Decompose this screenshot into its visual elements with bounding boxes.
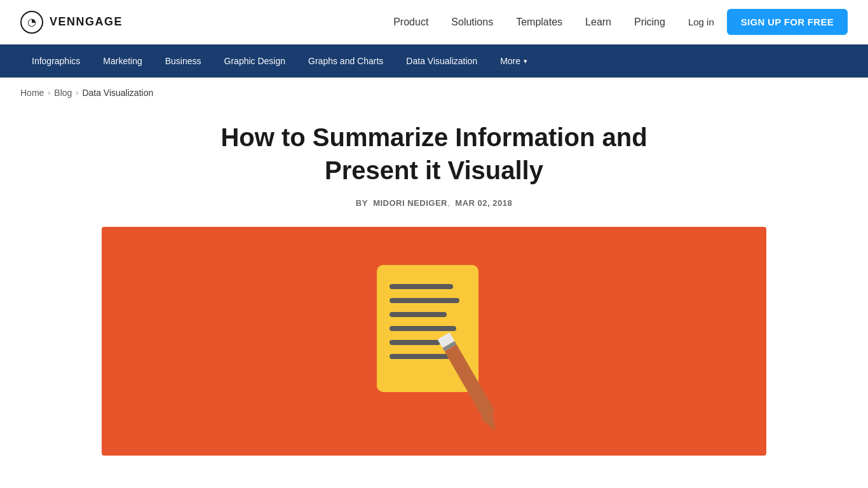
- notepad-line-3: [390, 312, 447, 317]
- notepad-line-6: [390, 354, 450, 359]
- breadcrumb-current: Data Visualization: [82, 88, 153, 98]
- nav-templates[interactable]: Templates: [516, 17, 562, 28]
- logo-link[interactable]: ◔ VENNGAGE: [20, 11, 123, 34]
- logo-icon: ◔: [20, 11, 43, 34]
- nav-learn[interactable]: Learn: [585, 17, 611, 28]
- secondary-nav-data-visualization[interactable]: Data Visualization: [395, 44, 489, 78]
- breadcrumb: Home › Blog › Data Visualization: [0, 78, 868, 108]
- chevron-down-icon: ▾: [524, 57, 527, 65]
- article-title: How to Summarize Information and Present…: [127, 121, 741, 187]
- nav-pricing[interactable]: Pricing: [634, 17, 665, 28]
- secondary-nav-more[interactable]: More ▾: [489, 44, 539, 78]
- hero-image: [102, 227, 766, 456]
- secondary-nav-infographics[interactable]: Infographics: [20, 44, 92, 78]
- secondary-nav-marketing[interactable]: Marketing: [92, 44, 153, 78]
- logo-text: VENNGAGE: [50, 15, 123, 29]
- notepad-line-2: [390, 298, 459, 303]
- article-author: MIDORI NEDIGER: [373, 198, 447, 208]
- top-navigation: ◔ VENNGAGE Product Solutions Templates L…: [0, 0, 868, 44]
- article-meta: BY MIDORI NEDIGER, MAR 02, 2018: [127, 198, 741, 208]
- secondary-nav-graphic-design[interactable]: Graphic Design: [213, 44, 297, 78]
- article-header: How to Summarize Information and Present…: [0, 108, 868, 227]
- login-link[interactable]: Log in: [688, 17, 714, 27]
- hero-illustration: [364, 252, 504, 430]
- nav-product[interactable]: Product: [393, 17, 428, 28]
- breadcrumb-home[interactable]: Home: [20, 88, 44, 98]
- secondary-navigation: Infographics Marketing Business Graphic …: [0, 44, 868, 78]
- notepad-line-5: [390, 340, 440, 345]
- nav-solutions[interactable]: Solutions: [451, 17, 493, 28]
- signup-button[interactable]: SIGN UP FOR FREE: [727, 9, 848, 35]
- main-nav: Product Solutions Templates Learn Pricin…: [393, 17, 665, 28]
- secondary-nav-graphs-charts[interactable]: Graphs and Charts: [297, 44, 395, 78]
- breadcrumb-sep-1: ›: [48, 88, 50, 97]
- nav-actions: Log in SIGN UP FOR FREE: [688, 9, 848, 35]
- article-date: MAR 02, 2018: [455, 198, 512, 208]
- notepad-line-1: [390, 284, 453, 289]
- breadcrumb-sep-2: ›: [76, 88, 78, 97]
- breadcrumb-blog[interactable]: Blog: [54, 88, 72, 98]
- secondary-nav-business[interactable]: Business: [154, 44, 213, 78]
- notepad-line-4: [390, 326, 456, 331]
